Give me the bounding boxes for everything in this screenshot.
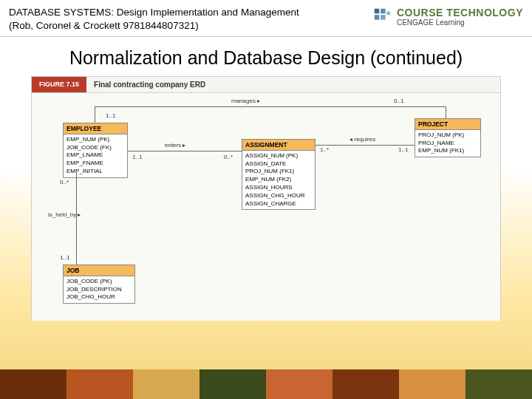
page-title: Normalization and Database Design (conti… [0,37,532,76]
attr: EMP_LNAME [66,151,124,160]
card-job-emp: 1..1 [60,254,69,261]
line-manages-l2 [95,106,128,107]
brand-name: COURSE TECHNOLOGY [397,7,523,18]
attr: ASSIGN_NUM (PK) [245,152,312,160]
entity-employee: EMPLOYEE EMP_NUM (PK) JOB_CODE (FK) EMP_… [63,123,128,178]
erd-diagram: EMPLOYEE EMP_NUM (PK) JOB_CODE (FK) EMP_… [32,93,500,321]
attr: PROJ_NUM (PK) [418,132,477,140]
attr: EMP_NUM (FK1) [418,147,477,155]
line-isheldby [76,173,77,265]
attr: JOB_CODE (FK) [66,144,124,152]
entity-job: JOB JOB_CODE (PK) JOB_DESCRIPTION JOB_CH… [63,265,135,304]
attr: ASSIGN_HOURS [245,184,312,192]
line-enters [128,151,242,151]
svg-rect-4 [386,11,391,16]
slide-header: DATABASE SYSTEMS: Design Implementation … [0,0,532,37]
attr: PROJ_NAME [418,140,477,148]
entity-employee-name: EMPLOYEE [64,123,127,134]
line-manages [128,106,415,107]
attr: ASSIGN_CHG_HOUR [245,192,312,200]
card-assign-emp: 0..* [224,154,233,160]
entity-project-name: PROJECT [415,119,480,130]
rel-isheldby: is_held_by ▸ [48,211,81,218]
footer-decoration [0,369,532,399]
card-emp-job: 0..* [60,179,69,185]
attr: ASSIGN_DATE [245,160,312,168]
figure-container: FIGURE 7.15 Final contracting company ER… [31,76,501,320]
rel-enters: enters ▸ [165,142,185,149]
rel-manages: manages ▸ [231,98,260,104]
rel-requires: ◂ requires [349,136,375,143]
entity-assignment-name: ASSIGNMENT [242,140,315,151]
attr: PROJ_NUM (FK1) [245,168,312,176]
figure-number: FIGURE 7.15 [32,77,86,92]
svg-rect-1 [381,9,386,14]
attr: EMP_INITIAL [66,168,124,176]
svg-rect-3 [381,15,386,20]
entity-project: PROJECT PROJ_NUM (PK) PROJ_NAME EMP_NUM … [415,118,481,157]
svg-rect-0 [375,9,380,14]
line-manages-r2 [415,106,446,107]
publisher-brand: COURSE TECHNOLOGY CENGAGE Learning [372,6,523,27]
figure-caption: Final contracting company ERD [86,77,213,92]
card-emp-assign: 1..1 [132,154,142,160]
attr: JOB_CODE (PK) [66,278,132,286]
card-assign-proj: 1..* [320,146,329,153]
line-manages-l [95,106,95,123]
svg-rect-2 [375,15,380,20]
line-requires [316,145,415,146]
entity-assignment: ASSIGNMENT ASSIGN_NUM (PK) ASSIGN_DATE P… [242,139,316,211]
brand-logo-icon [372,6,392,27]
attr: ASSIGN_CHARGE [245,200,312,208]
attr: EMP_NUM (FK2) [245,176,312,184]
entity-job-name: JOB [64,265,134,276]
brand-subtitle: CENGAGE Learning [397,18,523,27]
attr: EMP_FNAME [66,160,124,168]
figure-header: FIGURE 7.15 Final contracting company ER… [32,77,500,93]
attr: JOB_DESCRIPTION [66,286,132,294]
book-reference: DATABASE SYSTEMS: Design Implementation … [9,6,319,32]
attr: EMP_NUM (PK) [66,136,124,144]
attr: JOB_CHG_HOUR [66,293,132,301]
card-proj-mgr: 0..1 [394,98,403,104]
line-manages-r [446,106,446,118]
card-emp-mgr: 1..1 [106,112,115,119]
card-proj-assign: 1..1 [398,146,408,153]
